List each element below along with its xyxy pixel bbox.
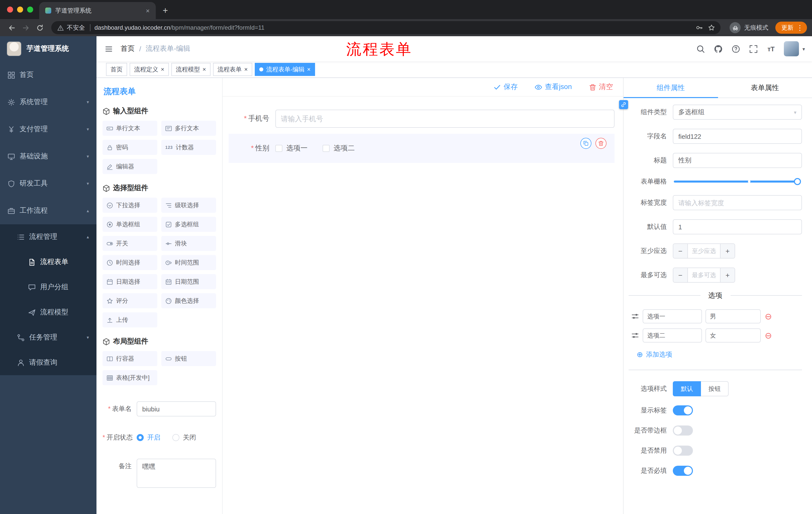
tag-close-icon[interactable]: × <box>161 66 164 73</box>
fullscreen-icon[interactable] <box>745 36 762 61</box>
form-name-input[interactable] <box>137 401 216 416</box>
field-name-input[interactable] <box>673 129 802 144</box>
forward-button[interactable] <box>19 21 32 34</box>
sidebar-item-process-model[interactable]: 流程模型 <box>0 300 96 325</box>
github-icon[interactable] <box>709 36 727 61</box>
gender-option-2[interactable]: 选项二 <box>323 144 355 153</box>
tab-form-props[interactable]: 表单属性 <box>718 78 812 98</box>
save-button[interactable]: 保存 <box>494 82 518 91</box>
close-window-button[interactable] <box>7 6 13 12</box>
checkbox-icon[interactable] <box>323 145 330 152</box>
browser-tab[interactable]: 芋道管理系统 × <box>39 2 156 19</box>
option-value-input[interactable] <box>705 328 761 343</box>
sidebar-item-infrastructure[interactable]: 基础设施 ▾ <box>0 143 96 170</box>
tag-process-form[interactable]: 流程表单 × <box>213 63 252 76</box>
sidebar-item-payment[interactable]: 支付管理 ▾ <box>0 116 96 143</box>
component-item-upload[interactable]: 上传 <box>103 312 157 327</box>
tab-component-props[interactable]: 组件属性 <box>624 78 718 98</box>
breadcrumb-home[interactable]: 首页 <box>121 44 135 53</box>
drag-handle-icon[interactable] <box>631 331 639 340</box>
sidebar-toggle-icon[interactable] <box>96 36 121 61</box>
component-item-row-container[interactable]: 行容器 <box>103 351 157 366</box>
decrease-button[interactable]: − <box>673 268 688 282</box>
selected-component-gender[interactable]: *性别 选项一 选项二 <box>229 134 614 163</box>
component-item-date-picker[interactable]: 日期选择 <box>103 274 157 289</box>
component-item-cascader[interactable]: 级联选择 <box>161 198 216 213</box>
component-item-color-picker[interactable]: 颜色选择 <box>161 293 216 308</box>
min-select-value[interactable]: 至少应选 <box>688 244 720 258</box>
copy-component-button[interactable] <box>580 138 591 149</box>
component-type-select[interactable]: 多选框组 ▾ <box>673 105 802 120</box>
gender-option-1[interactable]: 选项一 <box>276 144 308 153</box>
option-value-input[interactable] <box>705 309 761 323</box>
component-item-select[interactable]: 下拉选择 <box>103 198 157 213</box>
address-bar[interactable]: 不安全 dashboard.yudao.iocoder.cn /bpm/mana… <box>51 21 721 34</box>
tag-close-icon[interactable]: × <box>307 66 311 73</box>
drag-handle-icon[interactable] <box>631 312 639 320</box>
option-label-input[interactable] <box>643 309 702 323</box>
sidebar-item-system[interactable]: 系统管理 ▾ <box>0 88 96 116</box>
component-item-radio-group[interactable]: 单选框组 <box>103 217 157 232</box>
phone-field-row[interactable]: *手机号 <box>229 110 614 128</box>
tag-process-form-edit[interactable]: 流程表单-编辑 × <box>255 63 315 76</box>
add-option-button[interactable]: ⊕ 添加选项 <box>637 350 672 359</box>
new-tab-button[interactable]: + <box>159 4 172 17</box>
checkbox-icon[interactable] <box>276 145 282 152</box>
tag-home[interactable]: 首页 <box>106 63 127 76</box>
grid-slider[interactable] <box>674 181 798 183</box>
remove-option-icon[interactable]: ⊖ <box>765 331 772 340</box>
delete-component-button[interactable] <box>596 138 607 149</box>
component-item-rate[interactable]: 评分 <box>103 293 157 308</box>
default-value-input[interactable] <box>673 219 802 234</box>
border-switch[interactable] <box>673 426 693 436</box>
option-label-input[interactable] <box>643 328 702 343</box>
sidebar-item-process-form[interactable]: 流程表单 <box>0 249 96 275</box>
sidebar-item-home[interactable]: 首页 <box>0 61 96 88</box>
clear-button[interactable]: 清空 <box>589 82 613 91</box>
option-style-button[interactable]: 按钮 <box>701 381 729 396</box>
component-item-textarea[interactable]: 多行文本 <box>161 121 216 136</box>
back-button[interactable] <box>5 21 18 34</box>
sidebar-item-workflow[interactable]: 工作流程 ▴ <box>0 197 96 224</box>
required-switch[interactable] <box>673 466 693 476</box>
minimize-window-button[interactable] <box>17 6 23 12</box>
increase-button[interactable]: + <box>720 244 735 258</box>
remove-option-icon[interactable]: ⊖ <box>765 312 772 321</box>
help-icon[interactable] <box>727 36 745 61</box>
zoom-window-button[interactable] <box>27 6 33 12</box>
sidebar-item-devtools[interactable]: 研发工具 ▾ <box>0 170 96 197</box>
user-avatar[interactable] <box>784 41 799 56</box>
component-item-editor[interactable]: 编辑器 <box>103 159 157 174</box>
component-item-single-line[interactable]: 单行文本 <box>103 121 157 136</box>
view-json-button[interactable]: 查看json <box>535 82 572 91</box>
sidebar-item-leave-query[interactable]: 请假查询 <box>0 350 96 375</box>
phone-input[interactable] <box>276 110 614 128</box>
form-remark-textarea[interactable]: 嘿嘿 <box>137 459 216 488</box>
component-item-date-range[interactable]: 日期范围 <box>161 274 216 289</box>
avatar-caret-down-icon[interactable]: ▾ <box>803 46 805 52</box>
component-item-table[interactable]: 表格[开发中] <box>103 370 157 385</box>
app-logo[interactable]: 芋道管理系统 <box>0 36 96 61</box>
tag-process-model[interactable]: 流程模型 × <box>171 63 210 76</box>
label-width-input[interactable] <box>673 195 802 210</box>
status-radio-open[interactable]: 开启 <box>137 433 160 442</box>
tag-process-definition[interactable]: 流程定义 × <box>129 63 169 76</box>
slider-handle[interactable] <box>794 178 801 185</box>
component-item-time-picker[interactable]: 时间选择 <box>103 255 157 270</box>
password-key-icon[interactable] <box>693 22 705 34</box>
sidebar-item-task-management[interactable]: 任务管理 ▾ <box>0 325 96 350</box>
search-icon[interactable] <box>692 36 709 61</box>
disabled-switch[interactable] <box>673 445 693 456</box>
bookmark-star-icon[interactable] <box>705 22 718 34</box>
component-item-switch[interactable]: 开关 <box>103 236 157 251</box>
font-size-icon[interactable]: тT <box>762 36 780 61</box>
status-radio-closed[interactable]: 关闭 <box>172 433 196 442</box>
sidebar-item-process-management[interactable]: 流程管理 ▴ <box>0 224 96 249</box>
component-item-slider[interactable]: 滑块 <box>161 236 216 251</box>
sidebar-item-user-group[interactable]: 用户分组 <box>0 275 96 300</box>
component-item-counter[interactable]: 123计数器 <box>161 140 216 155</box>
form-canvas[interactable]: *手机号 *性别 选项一 选项二 <box>223 97 623 514</box>
reload-button[interactable] <box>33 21 46 34</box>
tab-close-icon[interactable]: × <box>144 6 152 15</box>
max-select-value[interactable]: 最多可选 <box>688 268 720 282</box>
